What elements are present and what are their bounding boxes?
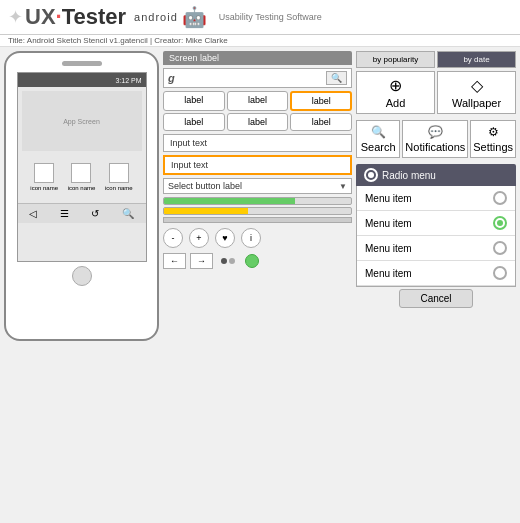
menu-nav-icon[interactable]: ↺ — [91, 208, 99, 219]
progress-fill-yellow — [164, 208, 248, 214]
header: ✦ UX·Tester android 🤖 Usability Testing … — [0, 0, 520, 35]
radio-item-3[interactable]: Menu item — [357, 236, 515, 261]
btn-label-1[interactable]: label — [163, 91, 225, 111]
add-icon-item[interactable]: ⊕ Add — [356, 71, 435, 114]
subtitle: Usability Testing Software — [219, 12, 322, 22]
screen-label: Screen label — [163, 51, 352, 65]
main-content: 3:12 PM App Screen icon name icon name — [0, 47, 520, 520]
plus-icon: ⊕ — [389, 76, 402, 95]
radio-item-2[interactable]: Menu item — [357, 211, 515, 236]
info-icon[interactable]: i — [241, 228, 261, 248]
radio-button-4[interactable] — [493, 266, 507, 280]
phone-icon-label-2: icon name — [68, 185, 96, 191]
notifications-icon: 💬 — [428, 125, 443, 139]
phone-icon-label-3: icon name — [105, 185, 133, 191]
radio-item-label-3: Menu item — [365, 243, 412, 254]
dot-2 — [229, 258, 235, 264]
select-row[interactable]: Select button label ▼ — [163, 178, 352, 194]
bottom-icon-grid: 🔍 Search 💬 Notifications ⚙ Settings — [356, 120, 516, 158]
search-label: Search — [361, 141, 396, 153]
dot-indicator — [221, 258, 235, 264]
phone-icon-box-1 — [34, 163, 54, 183]
settings-icon-item[interactable]: ⚙ Settings — [470, 120, 516, 158]
input-focused[interactable]: Input text — [163, 155, 352, 175]
home-nav-icon[interactable]: ☰ — [60, 208, 69, 219]
phone-status-bar: 3:12 PM — [18, 73, 146, 87]
btn-label-6[interactable]: label — [290, 113, 352, 131]
heart-icon[interactable]: ♥ — [215, 228, 235, 248]
tabs-row: by popularity by date — [356, 51, 516, 68]
radio-button-3[interactable] — [493, 241, 507, 255]
wallpaper-icon-item[interactable]: ◇ Wallpaper — [437, 71, 516, 114]
search-icon-item[interactable]: 🔍 Search — [356, 120, 400, 158]
add-label: Add — [386, 97, 406, 109]
forward-arrow-button[interactable]: → — [190, 253, 213, 269]
phone-speaker — [62, 61, 102, 66]
search-row: g 🔍 — [163, 68, 352, 88]
btn-label-3[interactable]: label — [290, 91, 352, 111]
phone-mockup: 3:12 PM App Screen icon name icon name — [4, 51, 159, 341]
back-nav-icon[interactable]: ◁ — [29, 208, 37, 219]
search-input[interactable] — [179, 71, 322, 85]
settings-label: Settings — [473, 141, 513, 153]
search-button[interactable]: 🔍 — [326, 71, 347, 85]
progress-bar-green — [163, 197, 352, 205]
phone-screen: 3:12 PM App Screen icon name icon name — [17, 72, 147, 262]
phone-icon-box-3 — [109, 163, 129, 183]
radio-item-1[interactable]: Menu item — [357, 186, 515, 211]
input-normal[interactable]: Input text — [163, 134, 352, 152]
phone-icon-2: icon name — [68, 163, 96, 191]
android-text: android — [134, 11, 178, 23]
progress-bar-gray — [163, 217, 352, 223]
nav-arrows: ← → — [163, 253, 352, 269]
select-label: Select button label — [168, 181, 339, 191]
progress-bar-yellow — [163, 207, 352, 215]
wallpaper-icon: ◇ — [471, 76, 483, 95]
zoom-in-icon[interactable]: + — [189, 228, 209, 248]
title-info: Title: Android Sketch Stencil v1.gatenci… — [0, 35, 520, 47]
btn-label-5[interactable]: label — [227, 113, 289, 131]
cancel-button[interactable]: Cancel — [399, 289, 472, 308]
phone-icon-3: icon name — [105, 163, 133, 191]
tab-by-date[interactable]: by date — [437, 51, 516, 68]
btn-label-2[interactable]: label — [227, 91, 289, 111]
phone-icon-1: icon name — [30, 163, 58, 191]
ui-elements-panel: Screen label g 🔍 label label label label… — [163, 51, 352, 516]
radio-item-label-4: Menu item — [365, 268, 412, 279]
back-arrow-button[interactable]: ← — [163, 253, 186, 269]
radio-item-label-1: Menu item — [365, 193, 412, 204]
zoom-out-icon[interactable]: - — [163, 228, 183, 248]
radio-menu-title: Radio menu — [382, 170, 436, 181]
cancel-btn-row: Cancel — [356, 289, 516, 308]
tab-by-popularity[interactable]: by popularity — [356, 51, 435, 68]
notifications-icon-item[interactable]: 💬 Notifications — [402, 120, 468, 158]
wallpaper-label: Wallpaper — [452, 97, 501, 109]
radio-menu-header: Radio menu — [356, 164, 516, 186]
dot-1 — [221, 258, 227, 264]
action-icon-grid: ⊕ Add ◇ Wallpaper — [356, 71, 516, 114]
radio-item-label-2: Menu item — [365, 218, 412, 229]
progress-bars — [163, 197, 352, 223]
logo: UX·Tester — [25, 4, 126, 30]
android-robot-icon: 🤖 — [182, 5, 207, 29]
btn-label-4[interactable]: label — [163, 113, 225, 131]
google-icon: g — [168, 72, 175, 84]
phone-time: 3:12 PM — [115, 77, 141, 84]
phone-icon-box-2 — [71, 163, 91, 183]
green-status-icon — [245, 254, 259, 268]
radio-button-2[interactable] — [493, 216, 507, 230]
phone-home-button[interactable] — [72, 266, 92, 286]
icon-row-small: - + ♥ i — [163, 228, 352, 248]
radio-inner-icon — [368, 172, 374, 178]
radio-selected-icon — [497, 220, 503, 226]
search-nav-icon[interactable]: 🔍 — [122, 208, 134, 219]
right-panel: by popularity by date ⊕ Add ◇ Wallpaper … — [356, 51, 516, 516]
radio-item-4[interactable]: Menu item — [357, 261, 515, 286]
phone-nav-bar: ◁ ☰ ↺ 🔍 — [18, 203, 146, 223]
logo-tester: Tester — [62, 4, 126, 29]
notifications-label: Notifications — [405, 141, 465, 153]
phone-icon-label-1: icon name — [30, 185, 58, 191]
phone-icons-row: icon name icon name icon name — [22, 155, 142, 199]
progress-fill-green — [164, 198, 295, 204]
radio-button-1[interactable] — [493, 191, 507, 205]
